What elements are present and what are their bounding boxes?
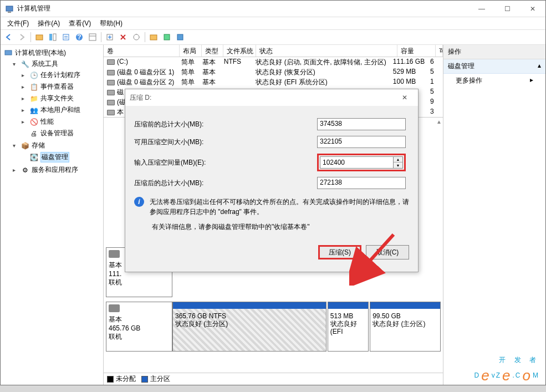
shrink-amount-label: 输入压缩空间量(MB)(E): <box>134 158 317 167</box>
available-shrink-label: 可用压缩空间大小(MB): <box>134 138 317 147</box>
toolbar-icon[interactable] <box>86 31 99 43</box>
column-header[interactable]: 布局 <box>180 45 201 57</box>
available-shrink-value: 322105 <box>317 136 406 148</box>
disk-label[interactable]: 基本 465.76 GB 联机 <box>106 302 172 352</box>
users-icon: 👥 <box>29 106 38 115</box>
toolbar-icon[interactable] <box>104 31 116 43</box>
dialog-close-button[interactable]: ✕ <box>396 91 414 104</box>
legend-unallocated: 未分配 <box>107 374 136 384</box>
svg-rect-10 <box>89 34 96 40</box>
svg-rect-0 <box>6 6 13 11</box>
menu-view[interactable]: 查看(V) <box>64 18 95 29</box>
column-header[interactable]: 可 <box>436 45 443 57</box>
svg-rect-2 <box>36 35 43 40</box>
table-row[interactable]: (磁盘 0 磁盘分区 2)简单基本状态良好 (EFI 系统分区)100 MB1 <box>104 77 443 87</box>
tools-icon: 🔧 <box>21 60 29 69</box>
spinner-buttons[interactable]: ▲▼ <box>393 156 403 169</box>
menu-help[interactable]: 帮助(H) <box>95 18 127 29</box>
dialog-help-text: 有关详细信息，请参阅磁盘管理帮助中的"收缩基本卷" <box>152 222 409 232</box>
watermark: 开 发 者 DevZe.CoM <box>474 352 539 383</box>
navigation-tree[interactable]: 计算机管理(本地) ▾🔧系统工具 ▸🕒任务计划程序 ▸📋事件查看器 ▸📁共享文件… <box>1 45 104 385</box>
services-icon: ⚙ <box>21 166 29 175</box>
menu-action[interactable]: 操作(A) <box>33 18 64 29</box>
legend-primary: 主分区 <box>141 374 170 384</box>
tree-storage[interactable]: ▾📦存储 <box>12 140 103 151</box>
disk-icon <box>109 304 120 312</box>
toolbar-icon[interactable] <box>60 31 72 43</box>
menu-file[interactable]: 文件(F) <box>3 18 33 29</box>
cancel-button[interactable]: 取消(C) <box>366 245 409 259</box>
svg-point-13 <box>134 34 139 40</box>
disk-icon <box>109 250 120 258</box>
perf-icon: 🚫 <box>29 118 38 126</box>
close-button[interactable]: ✕ <box>520 1 545 17</box>
column-header[interactable]: 文件系统 <box>223 45 256 57</box>
help-icon[interactable]: ? <box>73 31 85 43</box>
tree-performance[interactable]: ▸🚫性能 <box>21 116 103 127</box>
partition[interactable]: 365.76 GB NTFS状态良好 (主分区) <box>172 302 326 352</box>
svg-rect-7 <box>64 38 68 38</box>
tree-system-tools[interactable]: ▾🔧系统工具 <box>12 59 103 69</box>
delete-icon[interactable] <box>117 31 129 43</box>
total-after-value: 272138 <box>317 177 406 189</box>
column-header[interactable]: 类型 <box>202 45 223 57</box>
forward-button[interactable] <box>16 31 28 43</box>
shrink-dialog: 压缩 D: ✕ 压缩前的总计大小(MB): 374538 可用压缩空间大小(MB… <box>125 89 419 272</box>
titlebar: 计算机管理 — ☐ ✕ <box>1 1 545 17</box>
svg-rect-3 <box>49 34 52 40</box>
column-header[interactable]: 状态 <box>256 45 397 57</box>
svg-text:?: ? <box>77 33 81 41</box>
collapse-icon: ▴ <box>538 62 541 71</box>
total-after-label: 压缩后的总计大小(MB): <box>134 179 317 188</box>
svg-rect-17 <box>5 50 12 55</box>
tree-local-users[interactable]: ▸👥本地用户和组 <box>21 105 103 115</box>
total-before-value: 374538 <box>317 118 406 130</box>
svg-rect-14 <box>150 35 157 40</box>
toolbar-icon[interactable] <box>33 31 45 43</box>
back-button[interactable] <box>3 31 15 43</box>
column-header[interactable]: 卷 <box>104 45 180 57</box>
dialog-titlebar: 压缩 D: ✕ <box>125 89 418 106</box>
chevron-right-icon: ▸ <box>530 76 533 85</box>
actions-panel: 操作 磁盘管理▴ 更多操作▸ <box>443 45 545 385</box>
event-icon: 📋 <box>29 83 38 91</box>
minimize-button[interactable]: — <box>469 1 494 17</box>
tree-services-apps[interactable]: ▸⚙服务和应用程序 <box>12 165 103 175</box>
menubar: 文件(F) 操作(A) 查看(V) 帮助(H) <box>1 17 545 29</box>
partition[interactable]: 513 MB状态良好 (EFI <box>328 302 369 352</box>
shrink-button[interactable]: 压缩(S) <box>318 245 361 259</box>
tree-disk-management[interactable]: 💽磁盘管理 <box>21 151 103 163</box>
legend: 未分配 主分区 <box>104 373 443 385</box>
shrink-amount-input[interactable] <box>320 156 393 169</box>
partition[interactable]: 99.50 GB状态良好 (主分区) <box>370 302 441 352</box>
toolbar-icon[interactable] <box>130 31 142 43</box>
actions-section[interactable]: 磁盘管理▴ <box>443 59 545 74</box>
tree-device-manager[interactable]: 🖨设备管理器 <box>21 128 103 139</box>
svg-rect-16 <box>177 34 183 40</box>
svg-rect-5 <box>63 34 69 40</box>
disk-icon: 💽 <box>29 153 38 162</box>
toolbar-icon[interactable] <box>47 31 59 43</box>
column-header[interactable]: 容量 <box>397 45 436 57</box>
app-icon <box>5 4 14 13</box>
tree-event-viewer[interactable]: ▸📋事件查看器 <box>21 82 103 92</box>
table-row[interactable]: (C:)简单基本NTFS状态良好 (启动, 页面文件, 故障转储, 主分区)11… <box>104 57 443 67</box>
info-icon: i <box>134 197 144 207</box>
tree-shared-folders[interactable]: ▸📁共享文件夹 <box>21 93 103 104</box>
tree-root[interactable]: 计算机管理(本地) <box>3 48 103 58</box>
tree-task-scheduler[interactable]: ▸🕒任务计划程序 <box>21 70 103 80</box>
computer-icon <box>4 49 13 58</box>
table-row[interactable]: (磁盘 0 磁盘分区 1)简单基本状态良好 (恢复分区)529 MB5 <box>104 67 443 77</box>
dialog-info-text: 无法将卷压缩到超出任何不可移动的文件所在的点。有关完成该操作时间的详细信息，请参… <box>150 197 409 217</box>
folder-icon: 📁 <box>29 94 38 103</box>
maximize-button[interactable]: ☐ <box>494 1 520 17</box>
toolbar-icon[interactable] <box>174 31 186 43</box>
svg-rect-1 <box>8 12 11 13</box>
spin-up-icon[interactable]: ▲ <box>394 157 402 162</box>
toolbar-icon[interactable] <box>147 31 160 43</box>
grid-header: 卷 布局 类型 文件系统 状态 容量 可 <box>104 45 443 57</box>
spin-down-icon[interactable]: ▼ <box>394 162 402 168</box>
actions-more[interactable]: 更多操作▸ <box>443 74 545 88</box>
toolbar-icon[interactable] <box>161 31 173 43</box>
storage-icon: 📦 <box>21 141 29 150</box>
